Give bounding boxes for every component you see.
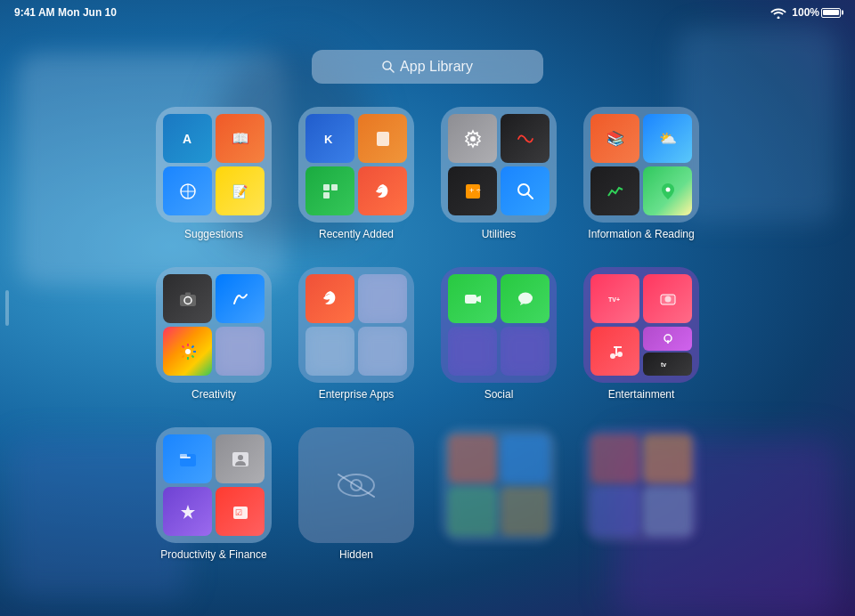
app-icon-blur3 [305, 327, 354, 376]
folder-blurred-1[interactable] [436, 427, 561, 570]
folder-icon-suggestions: A 📖 📝 [156, 107, 272, 223]
svg-rect-43 [180, 454, 187, 458]
folder-hidden[interactable]: Hidden [294, 427, 419, 570]
battery-indicator: 100% [792, 6, 841, 19]
app-icon-blur5 [448, 327, 497, 376]
folder-label-suggestions: Suggestions [184, 228, 243, 240]
folder-label-information: Information & Reading [588, 228, 694, 240]
svg-text:K: K [324, 133, 333, 146]
svg-rect-7 [377, 132, 389, 146]
app-icon-messages [501, 274, 550, 323]
folder-suggestions[interactable]: A 📖 📝 Suggestions [151, 107, 276, 249]
app-icon-blurred-c [448, 487, 497, 536]
app-icon-voice-memos [501, 114, 550, 163]
svg-rect-29 [465, 295, 476, 304]
folder-label-creativity: Creativity [191, 388, 236, 401]
app-icon-books: 📖 [216, 114, 265, 163]
app-grid: A 📖 📝 Suggestions K Recently Add [151, 107, 704, 570]
app-icon-music [590, 327, 639, 376]
app-icon-notes: 📝 [216, 166, 265, 215]
app-icon-safari [163, 166, 212, 215]
app-icon-swift [358, 166, 407, 215]
svg-line-28 [191, 345, 193, 347]
svg-rect-8 [323, 184, 330, 190]
app-icon-contacts [216, 434, 265, 483]
svg-text:A: A [183, 132, 191, 146]
svg-point-30 [518, 292, 533, 304]
folder-icon-creativity [156, 267, 272, 383]
status-time: 9:41 AM Mon Jun 10 [14, 6, 117, 19]
folder-information-reading[interactable]: 📚 ⛅ Information & Reading [579, 107, 704, 249]
folder-label-recently-added: Recently Added [319, 228, 394, 240]
app-icon-reminders: ☑ [216, 487, 265, 536]
side-handle [5, 290, 9, 326]
svg-rect-19 [185, 292, 191, 295]
app-icon-keynote: K [305, 114, 354, 163]
folder-creativity[interactable]: Creativity [151, 267, 276, 409]
svg-line-26 [191, 355, 193, 357]
app-icon-blurred-f [643, 434, 692, 483]
svg-text:TV+: TV+ [608, 296, 620, 303]
svg-rect-9 [331, 184, 338, 190]
status-bar: 9:41 AM Mon Jun 10 100% [0, 0, 855, 25]
app-icon-blur4 [358, 327, 407, 376]
folder-label-enterprise: Enterprise Apps [319, 388, 395, 401]
app-icon-stocks [590, 166, 639, 215]
app-icon-numbers [305, 166, 354, 215]
folder-productivity[interactable]: ☑ Productivity & Finance [151, 427, 276, 570]
app-icon-podcasts-tv: tv [643, 327, 692, 376]
app-icon-settings [448, 114, 497, 163]
app-icon-blurred-e [590, 434, 639, 483]
app-icon-appstore: A [163, 114, 212, 163]
app-icon-photos [163, 327, 212, 376]
folder-label-entertainment: Entertainment [608, 388, 675, 401]
battery-icon [821, 8, 841, 18]
folder-label-productivity: Productivity & Finance [160, 548, 266, 561]
folder-social[interactable]: Social [436, 267, 561, 409]
app-icon-files [163, 434, 212, 483]
folder-entertainment[interactable]: TV+ tv Entertainment [579, 267, 704, 409]
folder-icon-social [441, 267, 557, 383]
app-icon-shortcuts [163, 487, 212, 536]
folder-icon-hidden [298, 427, 414, 543]
svg-line-25 [182, 345, 183, 347]
app-icon-blur2 [358, 274, 407, 323]
app-icon-calculator: + ÷ [448, 166, 497, 215]
app-icon-photobooth [643, 274, 692, 323]
svg-text:☑: ☑ [235, 508, 242, 517]
svg-line-15 [527, 193, 533, 199]
search-placeholder: App Library [400, 59, 473, 75]
app-icon-magnifier [501, 166, 550, 215]
svg-point-34 [610, 353, 615, 359]
folder-icon-enterprise [298, 267, 414, 383]
app-icon-blurred-g [590, 487, 639, 536]
search-bar[interactable]: App Library [312, 50, 543, 84]
hidden-eye-icon [334, 470, 379, 501]
app-icon-blurred-h [643, 487, 692, 536]
folder-recently-added[interactable]: K Recently Added [294, 107, 419, 249]
app-icon-facetime [448, 274, 497, 323]
svg-line-1 [390, 69, 394, 72]
app-icon-swift2 [305, 274, 354, 323]
app-icon-freeform [216, 274, 265, 323]
app-icon-maps [643, 166, 692, 215]
svg-text:+ ÷: + ÷ [469, 186, 481, 195]
folder-utilities[interactable]: + ÷ Utilities [436, 107, 561, 249]
folder-icon-blurred-2 [583, 427, 699, 543]
folder-blurred-2[interactable] [579, 427, 704, 570]
svg-text:tv: tv [661, 361, 666, 368]
app-icon-camera [163, 274, 212, 323]
svg-point-35 [617, 352, 623, 357]
search-icon [382, 61, 395, 73]
app-icon-blur1 [216, 327, 265, 376]
status-right: 100% [770, 6, 841, 19]
folder-icon-blurred-1 [441, 427, 557, 543]
app-icon-tvplus: TV+ [590, 274, 639, 323]
svg-point-20 [185, 349, 191, 354]
folder-enterprise-apps[interactable]: Enterprise Apps [294, 267, 419, 409]
folder-icon-information: 📚 ⛅ [583, 107, 699, 223]
folder-icon-recently-added: K [298, 107, 414, 223]
folder-icon-productivity: ☑ [156, 427, 272, 543]
svg-rect-37 [614, 346, 622, 348]
svg-point-33 [664, 296, 671, 302]
